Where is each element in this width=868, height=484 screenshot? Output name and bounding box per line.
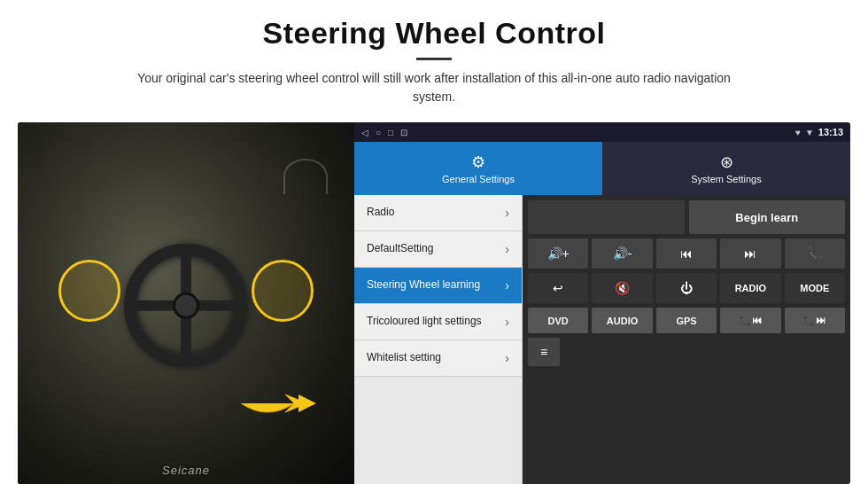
- right-control-panel: Begin learn 🔊+ 🔊- ⏮: [523, 195, 850, 484]
- gps-button[interactable]: GPS: [656, 308, 717, 333]
- menu-item-default-label: DefaultSetting: [367, 242, 433, 256]
- general-settings-label: General Settings: [442, 174, 515, 184]
- recents-nav-icon[interactable]: □: [388, 128, 393, 137]
- dvd-button[interactable]: DVD: [528, 308, 588, 333]
- tel-prev-icon: 📞⏮: [740, 315, 762, 325]
- vol-down-icon: 🔊-: [613, 246, 632, 261]
- svg-marker-0: [298, 394, 316, 412]
- next-track-button[interactable]: ⏭: [720, 238, 780, 269]
- menu-item-steering-wheel[interactable]: Steering Wheel learning ›: [354, 268, 522, 304]
- status-bar: ◁ ○ □ ⊡ ♥ ▼ 13:13: [354, 122, 850, 142]
- gps-label: GPS: [676, 316, 696, 326]
- mode-button[interactable]: MODE: [785, 273, 845, 303]
- control-buttons-row2: ↩ 🔇 ⏻ RADIO MODE: [528, 273, 845, 303]
- menu-item-radio[interactable]: Radio ›: [354, 195, 522, 231]
- status-bar-right: ♥ ▼ 13:13: [795, 127, 843, 137]
- call-icon: 📞: [807, 246, 822, 261]
- car-image-section: Seicane: [18, 122, 354, 484]
- power-icon: ⏻: [680, 281, 693, 295]
- signal-icon: ▼: [805, 128, 814, 137]
- vol-up-button[interactable]: 🔊+: [528, 238, 588, 269]
- menu-item-radio-label: Radio: [367, 206, 394, 220]
- menu-icon: ≡: [540, 345, 547, 359]
- android-ui: ◁ ○ □ ⊡ ♥ ▼ 13:13 ⚙ General Settings: [354, 122, 850, 484]
- menu-list: Radio › DefaultSetting › Steering Wheel …: [354, 195, 523, 484]
- control-buttons-row4: ≡: [528, 338, 845, 366]
- page-title: Steering Wheel Control: [18, 16, 850, 51]
- general-settings-icon: ⚙: [471, 152, 485, 172]
- back-icon: ↩: [553, 281, 563, 295]
- mute-icon: 🔇: [615, 281, 630, 295]
- control-buttons-row1: 🔊+ 🔊- ⏮ ⏭ 📞: [528, 238, 845, 269]
- menu-item-default-setting[interactable]: DefaultSetting ›: [354, 231, 522, 268]
- menu-item-whitelist-label: Whitelist setting: [367, 351, 441, 365]
- chevron-icon-radio: ›: [505, 206, 509, 220]
- chevron-icon-default: ›: [505, 242, 509, 256]
- begin-learn-row: Begin learn: [528, 200, 845, 234]
- control-buttons-row3: DVD AUDIO GPS 📞⏮ 📞⏭: [528, 308, 845, 333]
- system-settings-icon: ⊛: [720, 152, 733, 172]
- begin-learn-button[interactable]: Begin learn: [689, 200, 846, 234]
- chevron-icon-tricoloured: ›: [505, 315, 509, 329]
- yellow-circle-left: [58, 260, 120, 322]
- empty-slot: [528, 200, 685, 234]
- chevron-icon-steering: ›: [505, 278, 509, 293]
- header-section: Steering Wheel Control Your original car…: [0, 0, 868, 113]
- car-background: Seicane: [18, 122, 354, 484]
- content-area: Seicane ◁ ○ □ ⊡ ♥ ▼ 13:13: [0, 122, 868, 484]
- radio-button[interactable]: RADIO: [720, 273, 780, 303]
- next-track-icon: ⏭: [744, 246, 756, 261]
- screenshot-nav-icon[interactable]: ⊡: [400, 128, 407, 137]
- back-nav-icon[interactable]: ◁: [361, 128, 368, 137]
- prev-track-icon: ⏮: [680, 246, 693, 261]
- home-nav-icon[interactable]: ○: [376, 128, 381, 137]
- status-bar-left: ◁ ○ □ ⊡: [361, 128, 407, 137]
- mode-label: MODE: [800, 283, 829, 293]
- tab-system-settings[interactable]: ⊛ System Settings: [602, 142, 850, 195]
- mute-button[interactable]: 🔇: [592, 273, 652, 303]
- tel-next-icon: 📞⏭: [803, 315, 825, 325]
- audio-label: AUDIO: [607, 316, 638, 326]
- title-divider: [416, 58, 452, 60]
- location-icon: ♥: [795, 128, 801, 137]
- menu-item-tricoloured-label: Tricoloured light settings: [367, 315, 482, 329]
- radio-label: RADIO: [735, 283, 766, 293]
- menu-item-tricoloured[interactable]: Tricoloured light settings ›: [354, 304, 522, 340]
- steering-wheel: [124, 244, 248, 368]
- watermark-text: Seicane: [162, 464, 210, 477]
- vol-up-icon: 🔊+: [547, 246, 570, 261]
- yellow-circle-right: [252, 260, 314, 322]
- prev-track-button[interactable]: ⏮: [656, 238, 717, 269]
- main-panel: Radio › DefaultSetting › Steering Wheel …: [354, 195, 850, 484]
- subtitle-text: Your original car's steering wheel contr…: [124, 69, 744, 106]
- tel-next-button[interactable]: 📞⏭: [785, 308, 845, 333]
- power-button[interactable]: ⏻: [656, 273, 717, 303]
- call-button[interactable]: 📞: [785, 238, 845, 269]
- time-display: 13:13: [818, 127, 843, 137]
- tel-prev-button[interactable]: 📞⏮: [720, 308, 780, 333]
- dvd-label: DVD: [548, 316, 569, 326]
- chevron-icon-whitelist: ›: [505, 351, 509, 365]
- top-tabs: ⚙ General Settings ⊛ System Settings: [354, 142, 850, 195]
- tab-general-settings[interactable]: ⚙ General Settings: [354, 142, 602, 195]
- back-button[interactable]: ↩: [528, 273, 588, 303]
- menu-item-whitelist[interactable]: Whitelist setting ›: [354, 340, 522, 377]
- page-container: Steering Wheel Control Your original car…: [0, 0, 868, 484]
- arrow-icon: [232, 377, 321, 430]
- sw-center: [173, 293, 199, 319]
- menu-icon-button[interactable]: ≡: [528, 338, 560, 366]
- vol-down-button[interactable]: 🔊-: [592, 238, 652, 269]
- gauge-hint: [283, 159, 328, 194]
- menu-item-steering-label: Steering Wheel learning: [367, 278, 480, 293]
- system-settings-label: System Settings: [691, 174, 761, 184]
- audio-button[interactable]: AUDIO: [592, 308, 652, 333]
